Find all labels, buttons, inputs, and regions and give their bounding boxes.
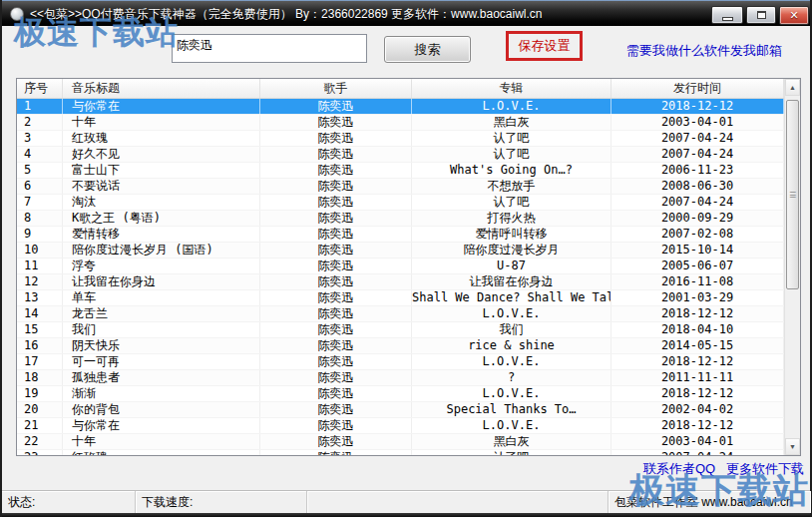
table-cell: 2007-04-24 bbox=[611, 131, 784, 146]
download-speed-label: 下载速度: bbox=[136, 491, 307, 513]
table-cell: 4 bbox=[17, 147, 63, 162]
minimize-icon bbox=[722, 17, 733, 21]
table-cell: 与你常在 bbox=[63, 99, 260, 114]
table-row[interactable]: 15我们陈奕迅我们2018-04-10 bbox=[17, 322, 784, 338]
search-button[interactable]: 搜索 bbox=[384, 36, 471, 63]
table-row[interactable]: 8K歌之王 (粤语)陈奕迅打得火热2000-09-29 bbox=[17, 211, 784, 227]
table-cell: 2007-02-08 bbox=[611, 227, 784, 242]
table-row[interactable]: 4好久不见陈奕迅认了吧2007-04-24 bbox=[17, 147, 784, 163]
table-cell: 孤独患者 bbox=[63, 370, 260, 385]
table-cell: 爱情转移 bbox=[63, 227, 260, 242]
table-cell: 陈奕迅 bbox=[260, 418, 412, 433]
table-cell: rice & shine bbox=[412, 338, 611, 353]
table-cell: 认了吧 bbox=[412, 195, 611, 210]
table-cell: 打得火热 bbox=[412, 211, 611, 226]
save-settings-button[interactable]: 保存设置 bbox=[506, 31, 583, 61]
table-body: 1与你常在陈奕迅L.O.V.E.2018-12-122十年陈奕迅黑白灰2003-… bbox=[17, 99, 784, 455]
minimize-button[interactable] bbox=[711, 6, 743, 24]
table-row[interactable]: 6不要说话陈奕迅不想放手2008-06-30 bbox=[17, 179, 784, 195]
table-cell: L.O.V.E. bbox=[412, 99, 611, 114]
table-row[interactable]: 7淘汰陈奕迅认了吧2007-04-24 bbox=[17, 195, 784, 211]
table-cell: 淘汰 bbox=[63, 195, 260, 210]
table-cell: 2008-06-30 bbox=[611, 179, 784, 194]
column-header-no[interactable]: 序号 bbox=[17, 79, 63, 98]
table-cell: 陈奕迅 bbox=[260, 115, 412, 130]
table-row[interactable]: 1与你常在陈奕迅L.O.V.E.2018-12-12 bbox=[17, 99, 784, 115]
search-input[interactable]: 陈奕迅 bbox=[172, 34, 367, 63]
table-row[interactable]: 2十年陈奕迅黑白灰2003-04-01 bbox=[17, 115, 784, 131]
table-cell: 陈奕迅 bbox=[260, 306, 412, 321]
table-cell: 陈奕迅 bbox=[260, 195, 412, 210]
table-row[interactable]: 12让我留在你身边陈奕迅让我留在你身边2016-11-08 bbox=[17, 274, 784, 290]
table-row[interactable]: 22十年陈奕迅黑白灰2003-04-01 bbox=[17, 434, 784, 450]
table-row[interactable]: 16阴天快乐陈奕迅rice & shine2014-05-15 bbox=[17, 338, 784, 354]
table-cell: 2018-12-12 bbox=[611, 418, 784, 433]
table-cell: 2006-11-23 bbox=[611, 163, 784, 178]
table-cell: 陈奕迅 bbox=[260, 402, 412, 417]
contact-hint-link[interactable]: 需要我做什么软件发我邮箱 bbox=[626, 42, 782, 60]
table-cell: 13 bbox=[17, 290, 63, 305]
table-row[interactable]: 11浮夸陈奕迅U-872005-06-07 bbox=[17, 258, 784, 274]
table-row[interactable]: 10陪你度过漫长岁月 (国语)陈奕迅陪你度过漫长岁月2015-10-14 bbox=[17, 243, 784, 258]
app-window: <<包菜>>QQ付费音乐下载神器（完全免费使用） By：2366022869 更… bbox=[0, 0, 812, 517]
scrollbar-thumb[interactable]: ☰ bbox=[786, 100, 799, 289]
table-row[interactable]: 23红玫瑰陈奕迅认了吧2007-04-24 bbox=[17, 450, 784, 455]
table-cell: U-87 bbox=[412, 258, 611, 273]
table-row[interactable]: 17可一可再陈奕迅L.O.V.E.2018-12-12 bbox=[17, 354, 784, 370]
table-cell: 陈奕迅 bbox=[260, 274, 412, 289]
table-row[interactable]: 13单车陈奕迅Shall We Dance? Shall We Talk!200… bbox=[17, 290, 784, 306]
table-row[interactable]: 14龙舌兰陈奕迅L.O.V.E.2018-12-12 bbox=[17, 306, 784, 322]
table-cell: L.O.V.E. bbox=[412, 354, 611, 369]
table-cell: Shall We Dance? Shall We Talk! bbox=[412, 290, 611, 305]
table-row[interactable]: 3红玫瑰陈奕迅认了吧2007-04-24 bbox=[17, 131, 784, 147]
table-row[interactable]: 18孤独患者陈奕迅?2011-11-11 bbox=[17, 370, 784, 386]
table-cell: What's Going On…? bbox=[412, 163, 611, 178]
table-cell: 2007-04-24 bbox=[611, 450, 784, 455]
column-header-title[interactable]: 音乐标题 bbox=[63, 79, 260, 98]
table-cell: 让我留在你身边 bbox=[412, 274, 611, 289]
table-cell: 陈奕迅 bbox=[260, 211, 412, 226]
table-cell: 陈奕迅 bbox=[260, 227, 412, 242]
more-software-link[interactable]: 更多软件下载 bbox=[726, 460, 804, 478]
table-cell: 12 bbox=[17, 274, 63, 289]
scrollbar-up-icon[interactable]: ▲ bbox=[785, 79, 800, 96]
table-cell: 浮夸 bbox=[63, 258, 260, 273]
table-cell: K歌之王 (粤语) bbox=[63, 211, 260, 226]
column-header-album[interactable]: 专辑 bbox=[412, 79, 611, 98]
contact-author-link[interactable]: 联系作者QQ bbox=[643, 460, 715, 478]
table-cell: 黑白灰 bbox=[412, 434, 611, 449]
table-row[interactable]: 20你的背包陈奕迅Special Thanks To…2002-04-02 bbox=[17, 402, 784, 418]
table-cell: 1 bbox=[17, 99, 63, 114]
table-cell: 陈奕迅 bbox=[260, 99, 412, 114]
table-cell: 陈奕迅 bbox=[260, 354, 412, 369]
table-cell: 我们 bbox=[63, 322, 260, 337]
vertical-scrollbar[interactable]: ▲ ☰ ▼ bbox=[784, 79, 800, 455]
table-cell: 认了吧 bbox=[412, 450, 611, 455]
table-row[interactable]: 21与你常在陈奕迅L.O.V.E.2018-12-12 bbox=[17, 418, 784, 434]
table-cell: 红玫瑰 bbox=[63, 450, 260, 455]
table-row[interactable]: 5富士山下陈奕迅What's Going On…?2006-11-23 bbox=[17, 163, 784, 179]
table-cell: 红玫瑰 bbox=[63, 131, 260, 146]
table-cell: 21 bbox=[17, 418, 63, 433]
table-cell: 陈奕迅 bbox=[260, 338, 412, 353]
scrollbar-down-icon[interactable]: ▼ bbox=[785, 438, 800, 455]
window-frame-bottom bbox=[2, 513, 810, 517]
table-cell: ? bbox=[412, 370, 611, 385]
table-cell: 陪你度过漫长岁月 (国语) bbox=[63, 243, 260, 258]
maximize-button[interactable] bbox=[746, 6, 776, 24]
table-cell: 23 bbox=[17, 450, 63, 455]
table-row[interactable]: 9爱情转移陈奕迅爱情呼叫转移2007-02-08 bbox=[17, 227, 784, 243]
close-button[interactable]: ✕ bbox=[779, 6, 809, 25]
table-cell: 爱情呼叫转移 bbox=[412, 227, 611, 242]
column-header-date[interactable]: 发行时间 bbox=[611, 79, 784, 98]
table-cell: 富士山下 bbox=[63, 163, 260, 178]
table-row[interactable]: 19渐渐陈奕迅L.O.V.E.2018-12-12 bbox=[17, 386, 784, 402]
table-cell: 陈奕迅 bbox=[260, 370, 412, 385]
table-cell: 单车 bbox=[63, 290, 260, 305]
table-cell: 陈奕迅 bbox=[260, 290, 412, 305]
table-cell: 陪你度过漫长岁月 bbox=[412, 243, 611, 258]
table-cell: 2005-06-07 bbox=[611, 258, 784, 273]
column-header-singer[interactable]: 歌手 bbox=[260, 79, 412, 98]
table-cell: 11 bbox=[17, 258, 63, 273]
table-cell: 22 bbox=[17, 434, 63, 449]
